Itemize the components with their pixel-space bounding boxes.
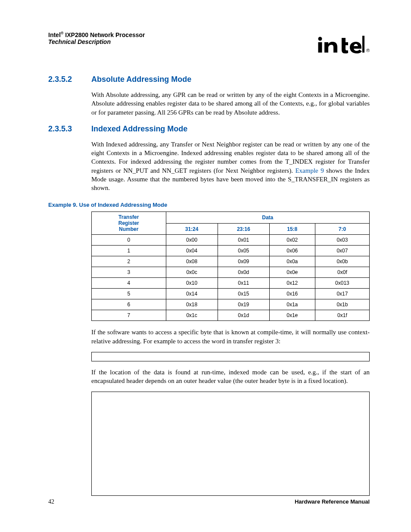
cell-reg-num: 5 (92, 289, 166, 299)
after-text-1: If the software wants to access a specif… (91, 328, 370, 345)
intel-logo-svg (317, 34, 364, 54)
cell-reg-num: 1 (92, 246, 166, 256)
page-number: 42 (48, 498, 54, 505)
cell-value: 0x0f (315, 267, 369, 278)
section-body-2353: With Indexed addressing, any Transfer or… (91, 140, 370, 193)
cell-value: 0x0a (269, 256, 315, 267)
cell-value: 0x04 (166, 246, 218, 256)
table-body: 00x000x010x020x0310x040x050x060x0720x080… (92, 235, 370, 321)
cell-value: 0x19 (218, 299, 269, 310)
cell-value: 0x1c (166, 310, 218, 321)
cell-value: 0x17 (315, 289, 369, 299)
cell-value: 0x0e (269, 267, 315, 278)
page-footer: 42 Hardware Reference Manual (48, 498, 370, 505)
cell-value: 0x15 (218, 289, 269, 299)
svg-point-0 (318, 37, 322, 41)
header-text: Intel® IXP2800 Network Processor Technic… (48, 31, 145, 45)
manual-title: Hardware Reference Manual (295, 498, 370, 505)
product-prefix: Intel (48, 31, 61, 38)
page-header: Intel® IXP2800 Network Processor Technic… (48, 31, 370, 54)
sub-header: 31:24 (166, 223, 218, 235)
page: Intel® IXP2800 Network Processor Technic… (0, 0, 411, 532)
section-title: Indexed Addressing Mode (91, 124, 187, 134)
cell-reg-num: 2 (92, 256, 166, 267)
table-row: 00x000x010x020x03 (92, 235, 370, 246)
cell-reg-num: 6 (92, 299, 166, 310)
intel-logo: ® (317, 34, 370, 54)
sub-header: 7:0 (315, 223, 369, 235)
cell-value: 0x01 (218, 235, 269, 246)
svg-rect-2 (362, 36, 364, 53)
logo-registered: ® (366, 48, 370, 53)
cell-value: 0x07 (315, 246, 369, 256)
cell-value: 0x09 (218, 256, 269, 267)
cell-value: 0x1b (315, 299, 369, 310)
example-title: Example 9. Use of Indexed Addressing Mod… (48, 202, 370, 208)
sub-header: 15:8 (269, 223, 315, 235)
table-row: 10x040x050x060x07 (92, 246, 370, 256)
col-header-data: Data (166, 212, 369, 224)
cell-value: 0x03 (315, 235, 369, 246)
cell-value: 0x11 (218, 278, 269, 289)
cell-value: 0x0c (166, 267, 218, 278)
cell-value: 0x10 (166, 278, 218, 289)
cell-value: 0x0d (218, 267, 269, 278)
table-row: 20x080x090x0a0x0b (92, 256, 370, 267)
section-heading-2352: 2.3.5.2 Absolute Addressing Mode (48, 75, 370, 84)
cell-value: 0x14 (166, 289, 218, 299)
cell-value: 0x1d (218, 310, 269, 321)
cell-value: 0x1f (315, 310, 369, 321)
header-subtitle: Technical Description (48, 38, 111, 45)
cell-value: 0x16 (269, 289, 315, 299)
sub-header: 23:16 (218, 223, 269, 235)
th-line1: Transfer (118, 214, 139, 220)
cell-value: 0x05 (218, 246, 269, 256)
cell-value: 0x1e (269, 310, 315, 321)
col-header-transfer: Transfer Register Number (92, 212, 166, 235)
cell-reg-num: 4 (92, 278, 166, 289)
table-row: 70x1c0x1d0x1e0x1f (92, 310, 370, 321)
cell-value: 0x00 (166, 235, 218, 246)
section-title: Absolute Addressing Mode (91, 75, 191, 84)
cell-value: 0x08 (166, 256, 218, 267)
cell-reg-num: 3 (92, 267, 166, 278)
cell-value: 0x0b (315, 256, 369, 267)
table-row: 60x180x190x1a0x1b (92, 299, 370, 310)
data-table: Transfer Register Number Data 31:24 23:1… (91, 212, 370, 321)
cell-reg-num: 0 (92, 235, 166, 246)
cell-value: 0x18 (166, 299, 218, 310)
section-body-2352: With Absolute addressing, any GPR can be… (91, 90, 370, 117)
th-line2: Register (118, 220, 139, 226)
table-row: 30x0c0x0d0x0e0x0f (92, 267, 370, 278)
code-box-large (91, 392, 370, 496)
after-text-2: If the location of the data is found at … (91, 368, 370, 386)
cell-value: 0x12 (269, 278, 315, 289)
section-number: 2.3.5.3 (48, 124, 91, 134)
section-number: 2.3.5.2 (48, 75, 91, 84)
cell-value: 0x02 (269, 235, 315, 246)
cell-reg-num: 7 (92, 310, 166, 321)
code-box-small (91, 352, 370, 361)
table-row: 40x100x110x120x013 (92, 278, 370, 289)
cell-value: 0x1a (269, 299, 315, 310)
product-suffix: IXP2800 Network Processor (63, 31, 145, 38)
example-link[interactable]: Example 9 (295, 167, 324, 174)
cell-value: 0x013 (315, 278, 369, 289)
th-line3: Number (119, 226, 138, 232)
cell-value: 0x06 (269, 246, 315, 256)
table-row: 50x140x150x160x17 (92, 289, 370, 299)
section-heading-2353: 2.3.5.3 Indexed Addressing Mode (48, 124, 370, 134)
svg-rect-1 (318, 42, 322, 53)
